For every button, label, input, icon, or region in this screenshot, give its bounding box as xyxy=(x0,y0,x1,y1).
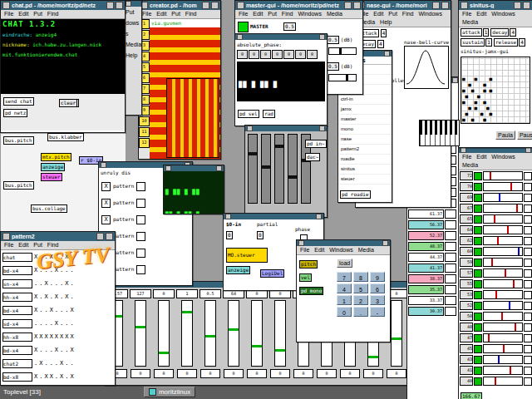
cell[interactable] xyxy=(524,313,532,321)
cell[interactable] xyxy=(524,204,532,213)
cell[interactable] xyxy=(524,334,532,342)
cell[interactable] xyxy=(524,226,532,234)
menu-item[interactable]: Put xyxy=(169,10,183,18)
toggle[interactable]: X xyxy=(101,182,111,191)
menu-item[interactable]: Edit xyxy=(474,10,489,18)
cell[interactable] xyxy=(445,264,456,273)
active-cell[interactable] xyxy=(474,345,482,353)
channel-fader[interactable] xyxy=(248,134,258,204)
object-box[interactable]: steuer xyxy=(41,173,62,181)
cell[interactable] xyxy=(524,215,532,224)
cell[interactable] xyxy=(445,242,456,251)
step-pattern[interactable]: .X...X.. xyxy=(34,360,76,367)
object-box[interactable]: pd mono xyxy=(299,287,323,295)
cell[interactable] xyxy=(524,367,532,375)
track-label-box[interactable]: chat2 xyxy=(2,359,32,368)
cell[interactable]: 0 xyxy=(295,50,306,59)
number-box[interactable]: 127 xyxy=(130,289,151,298)
step-pattern[interactable]: X...X... xyxy=(34,267,76,274)
toggle[interactable] xyxy=(136,199,145,208)
windows-list-item[interactable]: sinitus xyxy=(338,165,392,175)
menu-item[interactable]: Media xyxy=(460,18,480,27)
zeroin-titlebar[interactable] xyxy=(224,214,323,219)
fader-knob[interactable] xyxy=(262,165,270,169)
row-slider[interactable] xyxy=(483,344,523,353)
minimize-button[interactable] xyxy=(106,2,114,9)
minimize-button[interactable] xyxy=(247,126,253,131)
number-box[interactable]: 48.37 xyxy=(408,242,444,251)
toggle[interactable] xyxy=(136,232,145,241)
keypad-key[interactable]: . xyxy=(353,307,368,317)
keypad-key[interactable]: 9 xyxy=(370,272,385,282)
menu-item[interactable]: File xyxy=(236,10,250,18)
menu-item[interactable]: File xyxy=(2,241,16,249)
object-box[interactable]: decay xyxy=(490,28,509,37)
number-box[interactable]: 35.37 xyxy=(408,285,444,294)
vertical-slider[interactable] xyxy=(158,300,170,367)
active-cell[interactable] xyxy=(474,248,482,256)
cell[interactable] xyxy=(445,231,456,240)
track-label-box[interactable]: sn-x4 xyxy=(2,279,32,288)
toggle[interactable]: X xyxy=(101,199,111,208)
windows-list-item[interactable]: roadie xyxy=(338,155,392,165)
slider-handle[interactable] xyxy=(205,335,215,337)
number-box[interactable]: 38.37 xyxy=(408,274,444,283)
active-cell[interactable] xyxy=(474,377,482,386)
active-cell[interactable] xyxy=(474,280,482,288)
menu-item[interactable]: Edit xyxy=(474,153,489,161)
gain-slider[interactable] xyxy=(328,47,357,55)
active-cell[interactable] xyxy=(474,367,482,375)
object-box[interactable]: send chat xyxy=(3,97,34,106)
nase-titlebar[interactable]: nase-gui - /home/mori xyxy=(356,1,451,10)
slider-handle[interactable] xyxy=(252,345,262,347)
menu-item[interactable]: Put xyxy=(31,241,45,249)
track-label-box[interactable]: bd-x4 xyxy=(2,266,32,275)
number-box[interactable]: 12 xyxy=(139,138,150,148)
slider-handle[interactable] xyxy=(392,337,401,340)
cell[interactable] xyxy=(524,194,532,202)
menu-item[interactable]: Edit xyxy=(154,10,169,18)
load-button[interactable]: load xyxy=(337,259,352,268)
cell[interactable] xyxy=(524,237,532,245)
window-menu-button[interactable] xyxy=(461,2,468,9)
close-button[interactable] xyxy=(452,77,458,83)
active-cell[interactable] xyxy=(474,183,482,191)
cell[interactable]: 0 xyxy=(249,50,259,59)
object-box[interactable]: vel xyxy=(299,273,312,282)
chat-titlebar[interactable]: chat.pd - /home/moritz/pd/netz xyxy=(1,1,125,10)
window-menu-button[interactable] xyxy=(2,233,10,240)
keypad-key[interactable]: 6 xyxy=(370,283,385,293)
number-box[interactable]: 61.37 xyxy=(408,209,444,219)
number-box[interactable]: 0 xyxy=(226,231,233,239)
step-pattern[interactable]: X.X.X.X. xyxy=(34,293,76,301)
menu-item[interactable]: Windows xyxy=(489,153,517,161)
object-box[interactable]: pd netz xyxy=(3,109,27,117)
number-box[interactable]: 0 xyxy=(363,369,383,378)
object-box[interactable]: sustain xyxy=(461,38,485,47)
keypad-key[interactable]: 8 xyxy=(353,272,368,282)
row-slider[interactable] xyxy=(483,333,523,342)
master-titlebar[interactable]: master-gui - /home/moritz/pd/netz xyxy=(235,1,362,10)
number-box[interactable]: 59 xyxy=(460,258,473,267)
step-pattern[interactable]: X.XX.X.X xyxy=(34,373,76,381)
cell[interactable] xyxy=(524,269,532,278)
close-button[interactable] xyxy=(216,165,222,171)
keypad-titlebar[interactable] xyxy=(297,240,390,246)
row-slider[interactable] xyxy=(483,236,523,245)
channel-fader[interactable] xyxy=(274,134,284,204)
track-label-box[interactable]: bd-x4 xyxy=(2,346,32,355)
close-button[interactable] xyxy=(382,240,388,246)
minimize-button[interactable] xyxy=(101,162,106,168)
active-cell[interactable] xyxy=(474,172,482,180)
number-box[interactable]: 0 xyxy=(177,369,197,378)
number-box[interactable]: 0.5 xyxy=(200,289,221,298)
slider-knob[interactable] xyxy=(346,75,348,81)
number-box[interactable]: 40 xyxy=(460,377,473,386)
pattern2-titlebar[interactable]: pattern2 xyxy=(1,232,115,241)
transport-button[interactable]: Paula xyxy=(495,131,515,140)
number-box[interactable]: 41.37 xyxy=(408,264,444,273)
row-slider[interactable] xyxy=(483,279,523,288)
mixer-titlebar[interactable] xyxy=(245,126,327,131)
toggle[interactable] xyxy=(136,249,145,258)
toggle[interactable]: X xyxy=(101,215,111,224)
